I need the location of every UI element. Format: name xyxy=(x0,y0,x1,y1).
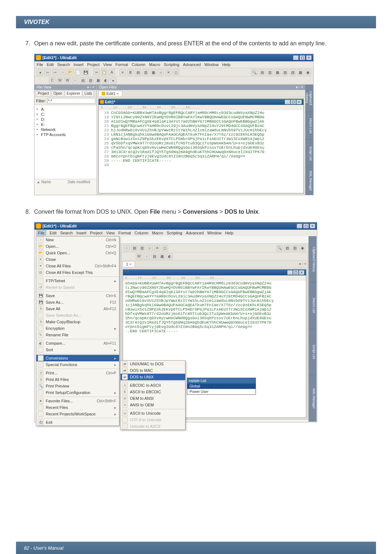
menu-advanced[interactable]: Advanced xyxy=(183,62,201,67)
menu-item-close-all-files[interactable]: ✕Close All FilesCtrl+Shift+F4 xyxy=(36,263,119,269)
menu-item-print-preview[interactable]: 🔍Print Preview xyxy=(36,383,119,389)
inner-min[interactable]: _ xyxy=(287,270,293,275)
pane-controls[interactable]: ▾ ▫ × xyxy=(299,262,306,266)
menu-insert[interactable]: Insert xyxy=(77,231,87,235)
tool-button[interactable]: W xyxy=(64,77,71,84)
menu-project[interactable]: Project xyxy=(87,62,99,67)
submenu-item-ebcdic-to-ascii[interactable]: AEBCDIC to ASCII xyxy=(121,382,185,389)
document-tab[interactable]: 1 × xyxy=(123,261,135,267)
close-button[interactable]: × xyxy=(306,55,312,60)
tool-button[interactable]: 📋 xyxy=(101,69,107,75)
tool-button[interactable]: ▫ xyxy=(72,77,78,84)
tool-button[interactable]: ▥ xyxy=(266,69,273,75)
menu-item-ftp-telnet[interactable]: FTP/Telnet▸ xyxy=(36,278,119,284)
menu-item-save[interactable]: 💾SaveCtrl+S xyxy=(36,292,119,299)
menu-format[interactable]: Format xyxy=(115,62,128,67)
menu-help[interactable]: Help xyxy=(225,231,233,235)
rail-macro[interactable]: Macro List xyxy=(305,112,313,140)
tab-close-icon[interactable]: × xyxy=(117,91,119,96)
menu-format[interactable]: Format xyxy=(118,231,131,235)
maximize-button[interactable]: ▢ xyxy=(299,55,305,60)
tool-button[interactable]: ≣ xyxy=(127,69,134,75)
menu-macro[interactable]: Macro xyxy=(149,62,160,67)
rail-macro[interactable]: Macro List xyxy=(309,283,317,329)
tool-button[interactable]: ▨ xyxy=(289,69,296,75)
menu-item-favorite-files[interactable]: ★Favorite Files...Ctrl+Shift+F xyxy=(36,398,119,404)
tool-button[interactable]: ▫ xyxy=(123,245,130,251)
tool-button[interactable]: ▦ xyxy=(150,69,156,75)
tool-button[interactable]: 📄 xyxy=(75,69,81,75)
inner-max[interactable]: ▢ xyxy=(290,99,296,104)
inner-close[interactable]: × xyxy=(299,270,305,275)
tool-button[interactable]: ▥ xyxy=(139,245,145,251)
code-area[interactable]: 18CnCGSAGG+KUBBxUwHTAvBggrBgEFBQcCARYjaH… xyxy=(99,110,303,193)
side-tab-lists[interactable]: Lists xyxy=(83,91,94,96)
submenu-item-dos-to-unix[interactable]: ⇄DOS to UNIX xyxy=(121,374,185,380)
tool-button[interactable]: ☼ xyxy=(146,245,153,251)
menu-item-compare[interactable]: ◐Compare...Alt+F11 xyxy=(36,340,119,346)
menu-column[interactable]: Column xyxy=(135,231,148,235)
tool-button[interactable]: W xyxy=(136,253,142,260)
dropdown-item[interactable]: Power User xyxy=(187,389,256,394)
maximize-button[interactable]: ▢ xyxy=(303,223,309,229)
menu-scripting[interactable]: Scripting xyxy=(164,62,179,67)
filter-input[interactable] xyxy=(47,98,95,104)
menu-advanced[interactable]: Advanced xyxy=(186,231,204,235)
menu-column[interactable]: Column xyxy=(132,62,146,67)
tool-button[interactable]: ⇦ xyxy=(44,69,51,75)
tool-button[interactable]: 🔍 xyxy=(276,245,283,251)
menu-item-close-all-files-except-this[interactable]: ⊟Close All Files Except This xyxy=(36,269,119,276)
menu-edit[interactable]: Edit xyxy=(50,231,57,235)
menu-item-encryption[interactable]: Encryption▸ xyxy=(36,325,119,332)
tool-button[interactable]: A xyxy=(109,69,115,75)
menu-file[interactable]: File xyxy=(37,230,46,235)
tool-button[interactable]: ◉ xyxy=(299,245,306,251)
menu-macro[interactable]: Macro xyxy=(152,231,163,235)
tool-button[interactable]: ▦ xyxy=(159,253,165,260)
rail-script[interactable]: Script List xyxy=(309,329,317,376)
close-button[interactable]: × xyxy=(310,223,315,229)
rail-script[interactable]: Script List xyxy=(305,140,313,167)
tool-button[interactable]: 🔍 xyxy=(251,69,258,75)
submenu-item-ansi-to-oem[interactable]: AANSI to OEM xyxy=(121,402,185,408)
tool-button[interactable]: ▥ xyxy=(142,69,149,75)
menu-item-sort[interactable]: Sort▸ xyxy=(36,346,119,353)
menu-item-open[interactable]: 📂Open...Ctrl+O xyxy=(36,243,119,250)
menu-item-special-functions[interactable]: Special Functions▸ xyxy=(36,361,119,368)
tool-button[interactable]: ✕ xyxy=(154,245,160,251)
menu-window[interactable]: Window xyxy=(207,231,221,235)
menu-item-conversions[interactable]: Conversions▸ xyxy=(36,355,119,361)
submenu-item-unix-mac-to-dos[interactable]: ⇄UNIX/MAC to DOS xyxy=(121,361,185,367)
menu-item-recent-files[interactable]: Recent Files▸ xyxy=(36,404,119,411)
inner-close[interactable]: × xyxy=(296,99,302,104)
inner-max[interactable]: ▢ xyxy=(293,270,299,275)
menu-search[interactable]: Search xyxy=(57,62,70,67)
menu-help[interactable]: Help xyxy=(222,62,230,67)
menu-view[interactable]: View xyxy=(103,62,112,67)
menu-item-close[interactable]: ✕Close xyxy=(36,256,119,263)
tree-item[interactable]: E: xyxy=(36,122,95,127)
tool-button[interactable]: ✕ xyxy=(165,69,172,75)
tool-button[interactable]: ▧ xyxy=(87,77,94,84)
drive-tree[interactable]: A: C: D: E: Network FTP Accounts xyxy=(34,105,97,179)
rail-clipboard[interactable]: Clipboard History xyxy=(309,236,317,283)
submenu-item-ascii-to-unicode[interactable]: UASCII to Unicode xyxy=(121,410,185,416)
minimize-button[interactable]: _ xyxy=(297,223,302,229)
inner-min[interactable]: _ xyxy=(285,99,290,104)
tool-button[interactable]: 📂 xyxy=(67,69,74,75)
submenu-item-dos-to-mac[interactable]: ⇄DOS to MAC xyxy=(121,367,185,374)
tool-button[interactable]: ▧ xyxy=(284,245,290,251)
side-tab-open[interactable]: Open xyxy=(52,91,64,96)
tool-button[interactable]: ◻ xyxy=(162,245,168,251)
menu-search[interactable]: Search xyxy=(60,231,73,235)
menu-project[interactable]: Project xyxy=(90,231,102,235)
rail-clipboard[interactable]: Clipboard History xyxy=(305,85,313,112)
menu-file[interactable]: File xyxy=(37,62,43,67)
tool-button[interactable]: ▤ xyxy=(131,245,138,251)
submenu-item-oem-to-ansi[interactable]: OOEM to ANSI xyxy=(121,395,185,402)
tool-button[interactable]: ▧ xyxy=(282,69,288,75)
tool-button[interactable]: ◐ xyxy=(102,77,109,84)
menu-item-print[interactable]: ⎙Print...Ctrl+P xyxy=(36,370,119,376)
side-tab-project[interactable]: Project xyxy=(36,91,51,96)
menu-item-new[interactable]: ▫NewCtrl+N xyxy=(36,237,119,243)
